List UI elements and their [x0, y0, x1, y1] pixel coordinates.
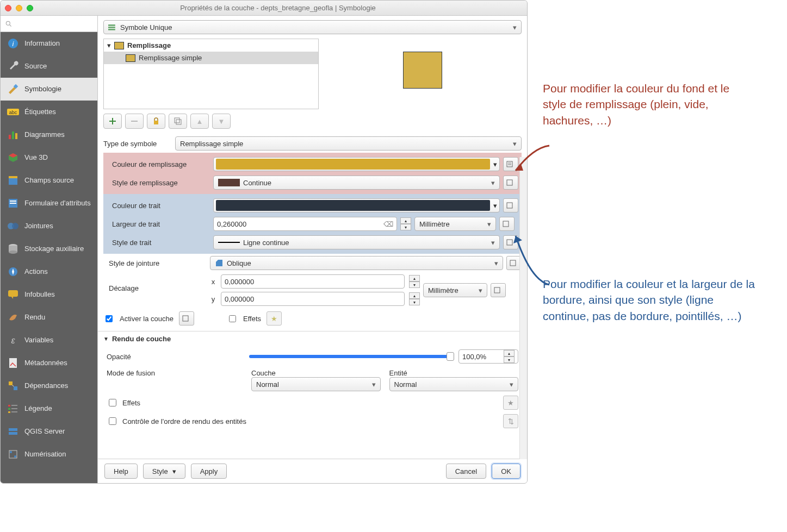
- sidebar-item-etiquettes[interactable]: abcÉtiquettes: [1, 101, 97, 123]
- svg-text:abc: abc: [9, 110, 17, 115]
- activate-layer-checkbox[interactable]: [106, 315, 113, 322]
- sidebar-item-variables[interactable]: εVariables: [1, 329, 97, 352]
- help-button[interactable]: Help: [104, 464, 138, 479]
- duplicate-button[interactable]: [169, 114, 187, 129]
- annotation-stroke: Pour modifier la couleur et la largeur d…: [543, 276, 760, 324]
- data-defined-button[interactable]: [179, 311, 194, 326]
- tree-child[interactable]: Remplissage simple: [104, 52, 318, 64]
- render-effects-label: Effets: [122, 399, 140, 407]
- expand-icon[interactable]: ▾: [107, 41, 111, 49]
- svg-marker-58: [216, 260, 222, 266]
- move-down-button[interactable]: ▼: [212, 114, 231, 129]
- offset-x-input[interactable]: 0,000000: [221, 274, 405, 289]
- sidebar-item-rendu[interactable]: Rendu: [1, 306, 97, 329]
- scrollbar[interactable]: [519, 157, 527, 459]
- sidebar-item-source[interactable]: Source: [1, 55, 97, 78]
- svg-rect-8: [12, 132, 14, 139]
- search-input[interactable]: [1, 16, 97, 32]
- symbol-preview: [323, 39, 522, 109]
- offset-y-input[interactable]: 0,000000: [221, 292, 405, 306]
- style-button[interactable]: Style▾: [143, 464, 185, 479]
- sidebar-item-legende[interactable]: Légende: [1, 397, 97, 420]
- svg-point-0: [6, 21, 10, 25]
- wrench-icon: [7, 60, 19, 72]
- data-defined-button[interactable]: [491, 283, 506, 297]
- stroke-style-combo[interactable]: Ligne continue ▾: [213, 235, 500, 249]
- metadata-icon: [7, 357, 19, 369]
- add-symbol-layer-button[interactable]: [103, 114, 122, 129]
- ok-button[interactable]: OK: [492, 464, 520, 479]
- stroke-color-swatch: [216, 200, 490, 211]
- offset-y-spinner[interactable]: ▴▾: [409, 292, 420, 305]
- join-style-combo[interactable]: Oblique ▾: [210, 256, 503, 270]
- tree-root[interactable]: ▾ Remplissage: [104, 39, 318, 52]
- stroke-width-input[interactable]: 0,260000 ⌫: [213, 217, 397, 231]
- render-effects-checkbox[interactable]: [109, 399, 116, 406]
- triangle-down-icon: ▼: [218, 117, 225, 126]
- arrow-red-icon: [511, 143, 555, 177]
- offset-unit-combo[interactable]: Millimètre▾: [423, 283, 487, 297]
- svg-rect-50: [176, 120, 181, 124]
- effects-config-button[interactable]: ★: [503, 396, 518, 410]
- symbol-type-combo[interactable]: Remplissage simple▾: [175, 136, 522, 151]
- symbol-layer-tree[interactable]: ▾ Remplissage Remplissage simple: [103, 39, 319, 109]
- sidebar-item-qgis-server[interactable]: QGIS Server: [1, 420, 97, 443]
- stroke-width-unit-combo[interactable]: Millimètre▾: [414, 217, 496, 231]
- triangle-down-icon: ▼: [103, 336, 109, 342]
- lock-button[interactable]: [147, 114, 165, 129]
- close-icon[interactable]: [5, 5, 11, 11]
- deps-icon: [7, 380, 19, 392]
- sidebar-item-metadonnees[interactable]: Métadonnées: [1, 352, 97, 374]
- minimize-icon[interactable]: [16, 5, 22, 11]
- sidebar-item-infobulles[interactable]: Infobulles: [1, 283, 97, 306]
- join-icon: [7, 220, 19, 232]
- chevron-down-icon: ▾: [493, 202, 497, 210]
- svg-marker-25: [11, 296, 13, 299]
- svg-rect-16: [10, 203, 16, 204]
- data-defined-button[interactable]: [503, 176, 518, 190]
- sort-config-button[interactable]: ⇅: [503, 414, 518, 428]
- effects-checkbox[interactable]: [229, 315, 236, 322]
- opacity-slider[interactable]: [249, 355, 452, 358]
- apply-button[interactable]: Apply: [191, 464, 227, 479]
- data-defined-button[interactable]: [503, 198, 518, 212]
- sidebar-item-diagrammes[interactable]: Diagrammes: [1, 123, 97, 146]
- fill-color-label: Couleur de remplissage: [107, 160, 210, 168]
- fill-color-swatch: [216, 159, 490, 170]
- sidebar-item-champs[interactable]: Champs source: [1, 169, 97, 192]
- sidebar-item-symbologie[interactable]: Symbologie: [1, 78, 97, 101]
- clear-icon[interactable]: ⌫: [383, 220, 393, 228]
- blend-layer-combo[interactable]: Normal▾: [251, 377, 381, 391]
- sidebar-item-actions[interactable]: Actions: [1, 260, 97, 283]
- fill-color-picker[interactable]: ▾: [213, 157, 500, 171]
- paintbrush-icon: [7, 83, 19, 95]
- move-up-button[interactable]: ▲: [190, 114, 209, 129]
- opacity-value-input[interactable]: 100,0% ▴▾: [458, 349, 518, 364]
- effects-config-button[interactable]: ★: [267, 311, 282, 326]
- remove-symbol-layer-button[interactable]: [125, 114, 144, 129]
- single-symbol-icon: [108, 24, 117, 30]
- sidebar-item-formulaire[interactable]: Formulaire d'attributs: [1, 192, 97, 215]
- data-defined-icon: [182, 315, 191, 322]
- sidebar-item-jointures[interactable]: Jointures: [1, 215, 97, 237]
- sidebar-item-numerisation[interactable]: Numérisation: [1, 443, 97, 466]
- sidebar-item-stockage[interactable]: Stockage auxiliaire: [1, 237, 97, 260]
- sidebar-item-vue3d[interactable]: Vue 3D: [1, 146, 97, 169]
- cancel-button[interactable]: Cancel: [446, 464, 486, 479]
- blend-feature-combo[interactable]: Normal▾: [389, 377, 519, 391]
- layer-rendering-header[interactable]: ▼ Rendu de couche: [98, 331, 527, 346]
- star-icon: ★: [271, 315, 277, 323]
- labels-icon: abc: [7, 106, 19, 118]
- stroke-color-picker[interactable]: ▾: [213, 198, 500, 212]
- chevron-down-icon: ▾: [479, 286, 482, 295]
- renderer-combo[interactable]: Symbole Unique ▾: [103, 20, 522, 34]
- stroke-width-spinner[interactable]: ▴▾: [400, 217, 411, 230]
- render-order-checkbox[interactable]: [109, 417, 116, 425]
- sidebar-item-dependances[interactable]: Dépendances: [1, 374, 97, 397]
- fill-style-combo[interactable]: Continue ▾: [213, 176, 500, 190]
- sidebar-item-information[interactable]: iInformation: [1, 32, 97, 55]
- annotation-fill: Pour modifier la couleur du fond et le s…: [543, 80, 749, 128]
- offset-x-spinner[interactable]: ▴▾: [409, 275, 420, 288]
- blend-layer-label: Couche: [251, 369, 276, 377]
- zoom-icon[interactable]: [27, 5, 33, 11]
